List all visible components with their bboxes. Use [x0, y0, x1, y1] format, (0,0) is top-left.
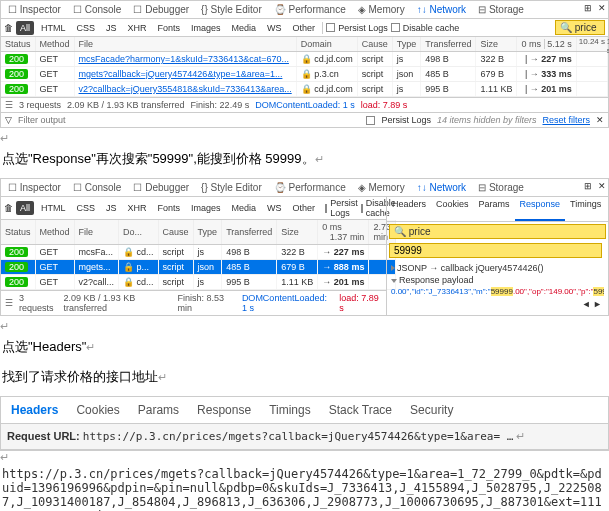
hamburger-icon[interactable]: ☰: [5, 100, 13, 110]
filter-funnel-icon[interactable]: ▽: [5, 115, 12, 125]
disable-cache-checkbox[interactable]: [361, 204, 363, 213]
col-transferred[interactable]: Transferred: [222, 220, 277, 245]
tab-style-editor[interactable]: {} Style Editor: [197, 2, 266, 17]
detail-tab-timings[interactable]: Timings: [269, 403, 311, 417]
filter-all[interactable]: All: [16, 201, 34, 215]
col-file[interactable]: File: [74, 37, 296, 52]
col-size[interactable]: Size: [476, 37, 517, 52]
side-tab-headers[interactable]: Headers: [387, 197, 431, 221]
detail-tab-cookies[interactable]: Cookies: [76, 403, 119, 417]
tab-memory[interactable]: ◈ Memory: [354, 2, 409, 17]
col-ms0[interactable]: 0 ms5.12 s: [517, 37, 576, 52]
persist-logs-checkbox2[interactable]: [366, 116, 375, 125]
close-filter-icon[interactable]: ✕: [596, 115, 604, 125]
tab-inspector[interactable]: ☐ Inspector: [4, 2, 65, 17]
col-method[interactable]: Method: [35, 37, 74, 52]
filter-media[interactable]: Media: [228, 21, 261, 35]
filter-fonts[interactable]: Fonts: [154, 21, 185, 35]
table-row[interactable]: 200GETv2?callback=jQuery3554818&skuId=73…: [1, 82, 608, 97]
detail-tab-stack[interactable]: Stack Trace: [329, 403, 392, 417]
expand-icon[interactable]: ⊞: [584, 3, 592, 13]
persist-logs-checkbox[interactable]: [326, 23, 335, 32]
side-tab-params[interactable]: Params: [474, 197, 515, 221]
detail-tab-security[interactable]: Security: [410, 403, 453, 417]
tab-storage[interactable]: ⊟ Storage: [474, 2, 528, 17]
tab-network[interactable]: ↑↓ Network: [413, 2, 470, 17]
filter-other[interactable]: Other: [289, 21, 320, 35]
reset-filters-link[interactable]: Reset filters: [542, 115, 590, 125]
filter-other[interactable]: Other: [289, 201, 320, 215]
trash-icon[interactable]: 🗑: [4, 23, 13, 33]
scroll-left-icon[interactable]: ◄: [582, 299, 591, 309]
filter-images[interactable]: Images: [187, 21, 225, 35]
table-row[interactable]: 200GETv2?call...🔒 cd...scriptjs995 B1.11…: [1, 275, 395, 290]
hamburger-icon[interactable]: ☰: [5, 298, 13, 308]
filter-xhr[interactable]: XHR: [124, 21, 151, 35]
col-transferred[interactable]: Transferred: [421, 37, 476, 52]
jsonp-row[interactable]: JSONP → callback jQuery4574426(): [391, 262, 604, 274]
col-status[interactable]: Status: [1, 37, 35, 52]
filter-all[interactable]: All: [16, 21, 34, 35]
scroll-right-icon[interactable]: ►: [593, 299, 602, 309]
col-method[interactable]: Method: [35, 220, 74, 245]
tab-console[interactable]: ☐ Console: [69, 180, 125, 195]
search-input-price[interactable]: 🔍 price: [555, 20, 605, 35]
persist-logs-checkbox[interactable]: [325, 204, 327, 213]
filter-css[interactable]: CSS: [73, 201, 100, 215]
table-row[interactable]: 200GETmcsFa...🔒 cd...scriptjs498 B322 B→…: [1, 245, 395, 260]
filter-js[interactable]: JS: [102, 21, 121, 35]
filter-xhr[interactable]: XHR: [124, 201, 151, 215]
payload-row[interactable]: Response payload: [391, 274, 604, 286]
col-domain[interactable]: Domain: [296, 37, 357, 52]
detail-tabs: Headers Cookies Params Response Timings …: [1, 397, 608, 424]
side-tab-timings[interactable]: Timings: [565, 197, 606, 221]
side-search-59999[interactable]: [389, 243, 602, 258]
detail-tab-response[interactable]: Response: [197, 403, 251, 417]
table-row[interactable]: 200GETmgets...🔒 p...scriptjson485 B679 B…: [1, 260, 395, 275]
tab-console[interactable]: ☐ Console: [69, 2, 125, 17]
expand-icon[interactable]: ⊞: [584, 181, 592, 191]
col-type[interactable]: Type: [392, 37, 421, 52]
tab-debugger[interactable]: ☐ Debugger: [129, 2, 193, 17]
filter-output-input[interactable]: [18, 115, 360, 125]
trash-icon[interactable]: 🗑: [4, 203, 13, 213]
filter-images[interactable]: Images: [187, 201, 225, 215]
tab-style-editor[interactable]: {} Style Editor: [197, 180, 266, 195]
filter-ws[interactable]: WS: [263, 201, 286, 215]
tab-performance[interactable]: ⌚ Performance: [270, 180, 350, 195]
filter-media[interactable]: Media: [228, 201, 261, 215]
filter-js[interactable]: JS: [102, 201, 121, 215]
tab-performance[interactable]: ⌚ Performance: [270, 2, 350, 17]
detail-tab-params[interactable]: Params: [138, 403, 179, 417]
filter-ws[interactable]: WS: [263, 21, 286, 35]
tab-debugger[interactable]: ☐ Debugger: [129, 180, 193, 195]
col-type[interactable]: Type: [193, 220, 222, 245]
side-tab-response[interactable]: Response: [515, 197, 566, 221]
detail-tab-headers[interactable]: Headers: [11, 403, 58, 417]
close-icon[interactable]: ✕: [598, 181, 606, 191]
tab-network[interactable]: ↑↓ Network: [413, 180, 470, 195]
filter-output-row: ▽ Persist Logs 14 items hidden by filter…: [1, 112, 608, 127]
col-size[interactable]: Size: [277, 220, 318, 245]
tab-inspector[interactable]: ☐ Inspector: [4, 180, 65, 195]
table-row[interactable]: 200GETmgets?callback=jQuery4574426&type=…: [1, 67, 608, 82]
filter-css[interactable]: CSS: [73, 21, 100, 35]
side-search-price[interactable]: 🔍 price: [389, 224, 606, 239]
filter-html[interactable]: HTML: [37, 21, 70, 35]
side-tab-cookies[interactable]: Cookies: [431, 197, 474, 221]
summary-row-2: ☰ 3 requests 2.09 KB / 1.93 KB transferr…: [1, 290, 386, 315]
disable-cache-checkbox[interactable]: [391, 23, 400, 32]
filter-html[interactable]: HTML: [37, 201, 70, 215]
tab-memory[interactable]: ◈ Memory: [354, 180, 409, 195]
tab-storage[interactable]: ⊟ Storage: [474, 180, 528, 195]
col-cause[interactable]: Cause: [357, 37, 392, 52]
col-status[interactable]: Status: [1, 220, 35, 245]
filter-fonts[interactable]: Fonts: [154, 201, 185, 215]
col-ms[interactable]: 0 ms1.37 min: [318, 220, 369, 245]
col-cause[interactable]: Cause: [158, 220, 193, 245]
col-file[interactable]: File: [74, 220, 119, 245]
close-icon[interactable]: ✕: [598, 3, 606, 13]
top-right-controls: ⊞ ✕: [584, 3, 606, 13]
col-domain[interactable]: Do...: [119, 220, 159, 245]
table-row[interactable]: 200GETmcsFacade?harmony=1&skuId=7336413&…: [1, 52, 608, 67]
